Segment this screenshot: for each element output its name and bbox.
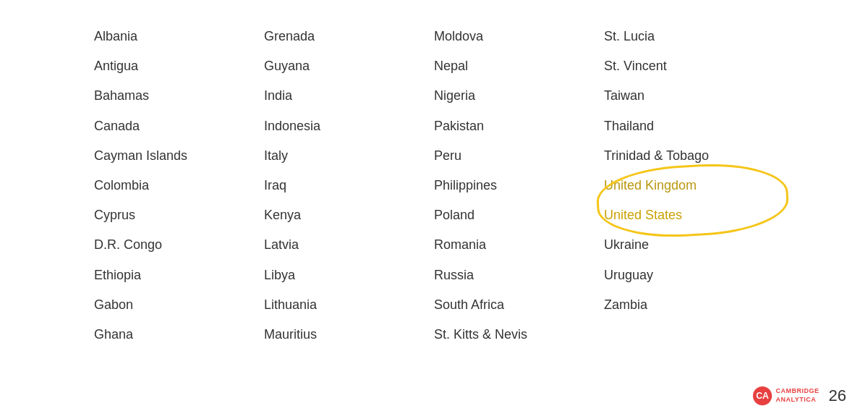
country-uruguay: Uruguay xyxy=(604,261,774,290)
country-antigua: Antigua xyxy=(94,51,264,81)
country-pakistan: Pakistan xyxy=(434,111,604,141)
country-trinidad: Trinidad & Tobago xyxy=(604,141,774,171)
country-list: AlbaniaAntiguaBahamasCanadaCayman Island… xyxy=(0,0,868,419)
country-st-vincent: St. Vincent xyxy=(604,51,774,81)
country-bahamas: Bahamas xyxy=(94,81,264,111)
country-south-africa: South Africa xyxy=(434,290,604,320)
country-canada: Canada xyxy=(94,111,264,141)
page-number: 26 xyxy=(829,386,846,405)
country-ukraine: Ukraine xyxy=(604,230,774,260)
country-st-lucia: St. Lucia xyxy=(604,22,774,51)
country-ghana: Ghana xyxy=(94,320,264,350)
country-lithuania: Lithuania xyxy=(264,290,434,320)
country-guyana: Guyana xyxy=(264,51,434,81)
country-indonesia: Indonesia xyxy=(264,111,434,141)
ca-logo-icon: CA xyxy=(752,386,773,406)
country-india: India xyxy=(264,81,434,111)
country-zambia: Zambia xyxy=(604,290,774,320)
country-colombia: Colombia xyxy=(94,171,264,200)
country-philippines: Philippines xyxy=(434,171,604,200)
country-moldova: Moldova xyxy=(434,22,604,51)
column-1: AlbaniaAntiguaBahamasCanadaCayman Island… xyxy=(94,22,264,397)
country-peru: Peru xyxy=(434,141,604,171)
country-kenya: Kenya xyxy=(264,200,434,230)
country-nigeria: Nigeria xyxy=(434,81,604,111)
country-russia: Russia xyxy=(434,261,604,290)
country-cyprus: Cyprus xyxy=(94,200,264,230)
ca-logo: CA CAMBRIDGE ANALYTICA xyxy=(752,386,820,406)
country-ethiopia: Ethiopia xyxy=(94,261,264,290)
country-cayman-islands: Cayman Islands xyxy=(94,141,264,171)
country-thailand: Thailand xyxy=(604,111,774,141)
country-united-kingdom: United Kingdom xyxy=(604,171,774,200)
country-dr-congo: D.R. Congo xyxy=(94,230,264,260)
country-gabon: Gabon xyxy=(94,290,264,320)
country-italy: Italy xyxy=(264,141,434,171)
country-iraq: Iraq xyxy=(264,171,434,200)
country-united-states: United States xyxy=(604,200,774,230)
country-poland: Poland xyxy=(434,200,604,230)
column-4: St. LuciaSt. VincentTaiwanThailandTrinid… xyxy=(604,22,774,397)
column-3: MoldovaNepalNigeriaPakistanPeruPhilippin… xyxy=(434,22,604,397)
country-libya: Libya xyxy=(264,261,434,290)
country-romania: Romania xyxy=(434,230,604,260)
country-latvia: Latvia xyxy=(264,230,434,260)
svg-text:CA: CA xyxy=(756,391,769,401)
country-albania: Albania xyxy=(94,22,264,51)
country-mauritius: Mauritius xyxy=(264,320,434,350)
country-st-kitts: St. Kitts & Nevis xyxy=(434,320,604,350)
country-taiwan: Taiwan xyxy=(604,81,774,111)
ca-logo-text: CAMBRIDGE ANALYTICA xyxy=(776,387,820,404)
country-nepal: Nepal xyxy=(434,51,604,81)
column-2: GrenadaGuyanaIndiaIndonesiaItalyIraqKeny… xyxy=(264,22,434,397)
footer: CA CAMBRIDGE ANALYTICA 26 xyxy=(752,386,846,406)
country-grenada: Grenada xyxy=(264,22,434,51)
